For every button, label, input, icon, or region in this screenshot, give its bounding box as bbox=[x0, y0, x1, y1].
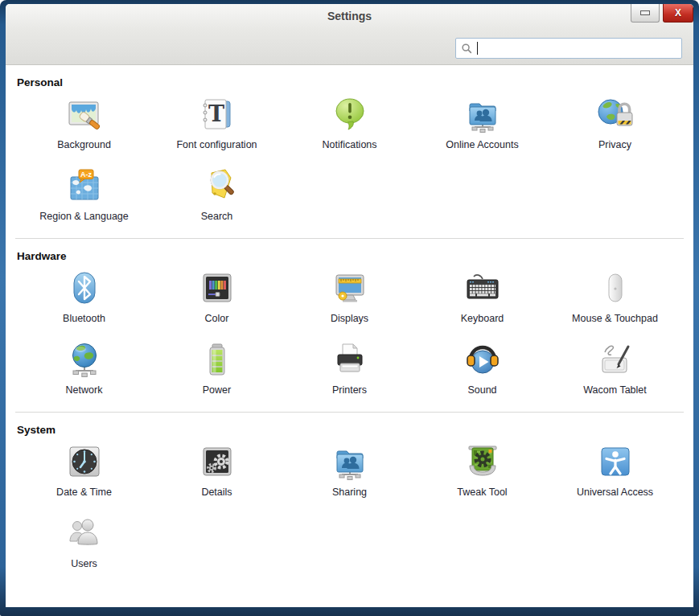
universal-access-icon bbox=[596, 442, 635, 481]
tile-wacom-tablet[interactable]: Wacom Tablet bbox=[549, 340, 681, 396]
text-cursor bbox=[477, 42, 478, 55]
tile-bluetooth[interactable]: Bluetooth bbox=[18, 269, 150, 325]
mouse-touchpad-icon bbox=[596, 269, 635, 307]
tile-mouse-touchpad[interactable]: Mouse & Touchpad bbox=[549, 269, 681, 325]
tile-label: Power bbox=[203, 384, 231, 396]
users-icon bbox=[65, 514, 104, 552]
tile-privacy[interactable]: Privacy bbox=[549, 95, 681, 151]
tile-font-configuration[interactable]: T Font configuration bbox=[150, 95, 283, 151]
tile-label: Wacom Tablet bbox=[583, 384, 647, 396]
tile-label: Users bbox=[71, 558, 97, 570]
search-tile-icon bbox=[198, 166, 236, 205]
section-header-hardware: Hardware bbox=[17, 250, 693, 262]
tile-sharing[interactable]: Sharing bbox=[283, 442, 416, 499]
tile-details[interactable]: Details bbox=[150, 442, 283, 499]
power-icon bbox=[198, 340, 236, 379]
titlebar[interactable]: Settings X bbox=[6, 4, 693, 65]
section-header-system: System bbox=[17, 424, 693, 436]
tile-label: Printers bbox=[332, 384, 367, 396]
personal-grid: Background T Font configuration bbox=[18, 95, 685, 238]
svg-text:T: T bbox=[208, 101, 224, 126]
notifications-icon bbox=[331, 95, 369, 133]
tile-label: Date & Time bbox=[56, 487, 112, 499]
tile-date-time[interactable]: Date & Time bbox=[18, 442, 150, 499]
tile-label: Font configuration bbox=[176, 139, 257, 151]
details-icon bbox=[198, 442, 236, 481]
tile-keyboard[interactable]: Keyboard bbox=[416, 269, 549, 325]
settings-window: Settings X Personal bbox=[0, 0, 699, 616]
section-divider bbox=[15, 412, 684, 413]
tile-label: Mouse & Touchpad bbox=[572, 313, 658, 325]
search-input[interactable] bbox=[455, 38, 682, 59]
sharing-icon bbox=[331, 442, 369, 481]
date-time-icon bbox=[65, 442, 104, 481]
tile-power[interactable]: Power bbox=[150, 340, 283, 396]
tile-label: Sharing bbox=[332, 487, 367, 499]
tile-label: Network bbox=[66, 384, 103, 396]
wacom-tablet-icon bbox=[596, 340, 635, 379]
tile-search[interactable]: Search bbox=[150, 166, 283, 223]
tile-label: Sound bbox=[467, 384, 496, 396]
tile-label: Search bbox=[201, 211, 233, 223]
network-icon bbox=[65, 340, 104, 379]
displays-icon bbox=[331, 269, 369, 307]
window-controls: X bbox=[631, 4, 693, 23]
system-grid: Date & Time Details bbox=[18, 442, 685, 585]
section-divider bbox=[15, 238, 684, 239]
tile-region-language[interactable]: A-z Region & Language bbox=[18, 166, 150, 223]
svg-text:A-z: A-z bbox=[80, 170, 92, 179]
tile-label: Details bbox=[201, 487, 232, 499]
tile-label: Background bbox=[57, 139, 111, 151]
tile-label: Tweak Tool bbox=[457, 487, 507, 499]
keyboard-icon bbox=[463, 269, 502, 307]
tile-displays[interactable]: Displays bbox=[283, 269, 416, 325]
window-title: Settings bbox=[6, 10, 693, 23]
printers-icon bbox=[331, 340, 369, 379]
tile-users[interactable]: Users bbox=[18, 514, 150, 570]
minimize-button[interactable] bbox=[631, 4, 660, 23]
section-header-personal: Personal bbox=[17, 76, 693, 88]
online-accounts-icon bbox=[463, 95, 502, 133]
tile-online-accounts[interactable]: Online Accounts bbox=[416, 95, 549, 151]
bluetooth-icon bbox=[65, 269, 104, 307]
color-icon bbox=[198, 269, 236, 307]
tweak-tool-icon bbox=[463, 442, 502, 481]
tile-color[interactable]: Color bbox=[150, 269, 283, 325]
tile-label: Online Accounts bbox=[446, 139, 518, 151]
tile-label: Color bbox=[205, 313, 229, 325]
tile-printers[interactable]: Printers bbox=[283, 340, 416, 396]
hardware-grid: Bluetooth bbox=[18, 269, 685, 412]
tile-label: Privacy bbox=[598, 139, 631, 151]
settings-panel: Personal bbox=[6, 65, 693, 607]
sound-icon bbox=[463, 340, 502, 379]
tile-notifications[interactable]: Notifications bbox=[283, 95, 416, 151]
tile-label: Universal Access bbox=[577, 487, 653, 499]
tile-label: Displays bbox=[331, 313, 368, 325]
region-language-icon: A-z bbox=[65, 166, 104, 205]
close-button[interactable]: X bbox=[663, 4, 693, 23]
tile-label: Bluetooth bbox=[63, 313, 105, 325]
window-inner: Settings X Personal bbox=[6, 4, 693, 607]
tile-label: Notifications bbox=[322, 139, 376, 151]
search-icon bbox=[461, 43, 473, 55]
minimize-icon bbox=[640, 10, 650, 15]
tile-tweak-tool[interactable]: Tweak Tool bbox=[416, 442, 549, 499]
tile-label: Keyboard bbox=[461, 313, 504, 325]
privacy-icon bbox=[596, 95, 635, 133]
tile-label: Region & Language bbox=[39, 211, 129, 223]
tile-sound[interactable]: Sound bbox=[416, 340, 549, 396]
font-configuration-icon: T bbox=[198, 95, 236, 133]
background-icon bbox=[65, 95, 104, 133]
tile-universal-access[interactable]: Universal Access bbox=[549, 442, 681, 499]
tile-network[interactable]: Network bbox=[18, 340, 150, 396]
tile-background[interactable]: Background bbox=[18, 95, 150, 151]
